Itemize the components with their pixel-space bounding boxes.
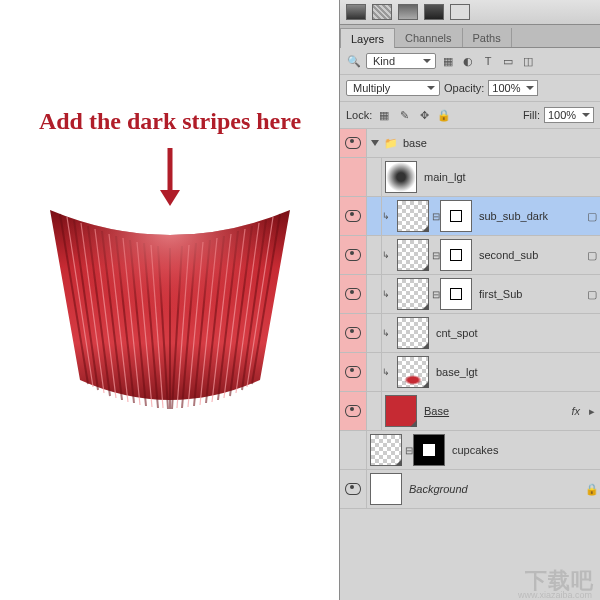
- visibility-toggle[interactable]: [340, 158, 367, 196]
- layer-group-base[interactable]: 📁 base: [340, 129, 600, 158]
- advanced-blend-icon[interactable]: ▢: [584, 288, 600, 301]
- lock-all-icon[interactable]: 🔒: [436, 108, 452, 122]
- layer-name[interactable]: base: [399, 137, 600, 149]
- visibility-toggle[interactable]: [340, 275, 367, 313]
- lock-transparent-icon[interactable]: ▦: [376, 108, 392, 122]
- layer-row[interactable]: Background 🔒: [340, 470, 600, 509]
- layer-row[interactable]: ↳ base_lgt: [340, 353, 600, 392]
- filter-smart-icon[interactable]: ◫: [520, 54, 536, 68]
- annotation-arrow-icon: [155, 148, 185, 208]
- layer-row[interactable]: ↳ ⊟ first_Sub ▢: [340, 275, 600, 314]
- blend-mode-select[interactable]: Multiply: [346, 80, 440, 96]
- layer-name[interactable]: main_lgt: [420, 171, 600, 183]
- visibility-toggle[interactable]: [340, 353, 367, 391]
- lock-image-icon[interactable]: ✎: [396, 108, 412, 122]
- link-icon[interactable]: ⊟: [432, 250, 440, 261]
- layer-thumbnail[interactable]: [385, 395, 417, 427]
- chevron-right-icon[interactable]: ▸: [584, 405, 600, 418]
- layer-row[interactable]: ↳ cnt_spot: [340, 314, 600, 353]
- lock-row: Lock: ▦ ✎ ✥ 🔒 Fill: 100%: [340, 102, 600, 129]
- visibility-toggle[interactable]: [340, 197, 367, 235]
- canvas-area: Add the dark stripes here: [0, 0, 340, 600]
- layer-filter-row: 🔍 Kind ▦ ◐ T ▭ ◫: [340, 48, 600, 75]
- preset-swatch[interactable]: [372, 4, 392, 20]
- layer-thumbnail[interactable]: [385, 161, 417, 193]
- eye-icon: [345, 366, 361, 378]
- visibility-toggle[interactable]: [340, 236, 367, 274]
- layer-mask-thumbnail[interactable]: [413, 434, 445, 466]
- eye-icon: [345, 249, 361, 261]
- blend-row: Multiply Opacity: 100%: [340, 75, 600, 102]
- clip-indicator-icon: ↳: [382, 250, 392, 260]
- lock-label: Lock:: [346, 109, 372, 121]
- preset-swatch[interactable]: [424, 4, 444, 20]
- clip-indicator-icon: ↳: [382, 211, 392, 221]
- watermark-url: www.xiazaiba.com: [518, 590, 592, 600]
- disclosure-triangle-icon[interactable]: [371, 140, 379, 146]
- link-icon[interactable]: ⊟: [432, 211, 440, 222]
- eye-icon: [345, 288, 361, 300]
- cupcake-liner-illustration: [40, 200, 300, 420]
- layer-thumbnail[interactable]: [370, 434, 402, 466]
- panel-icon-row: [340, 0, 600, 25]
- layer-name[interactable]: first_Sub: [475, 288, 584, 300]
- clip-indicator-icon: ↳: [382, 289, 392, 299]
- visibility-toggle[interactable]: [340, 392, 367, 430]
- preset-swatch[interactable]: [346, 4, 366, 20]
- layer-row[interactable]: ↳ ⊟ sub_sub_dark ▢: [340, 197, 600, 236]
- lock-position-icon[interactable]: ✥: [416, 108, 432, 122]
- layer-thumbnail[interactable]: [397, 278, 429, 310]
- layer-thumbnail[interactable]: [397, 200, 429, 232]
- filter-kind-select[interactable]: Kind: [366, 53, 436, 69]
- filter-adjust-icon[interactable]: ◐: [460, 54, 476, 68]
- clip-indicator-icon: ↳: [382, 328, 392, 338]
- visibility-toggle[interactable]: [340, 431, 367, 469]
- fill-input[interactable]: 100%: [544, 107, 594, 123]
- layer-row[interactable]: ↳ ⊟ second_sub ▢: [340, 236, 600, 275]
- link-icon[interactable]: ⊟: [432, 289, 440, 300]
- advanced-blend-icon[interactable]: ▢: [584, 249, 600, 262]
- layer-thumbnail[interactable]: [397, 356, 429, 388]
- layer-row[interactable]: ⊟ cupcakes: [340, 431, 600, 470]
- eye-icon: [345, 210, 361, 222]
- visibility-toggle[interactable]: [340, 314, 367, 352]
- opacity-input[interactable]: 100%: [488, 80, 538, 96]
- folder-icon: 📁: [383, 136, 399, 150]
- visibility-toggle[interactable]: [340, 470, 367, 508]
- eye-icon: [345, 327, 361, 339]
- tab-paths[interactable]: Paths: [463, 28, 512, 47]
- preset-swatch[interactable]: [450, 4, 470, 20]
- layer-mask-thumbnail[interactable]: [440, 278, 472, 310]
- opacity-label: Opacity:: [444, 82, 484, 94]
- layer-thumbnail[interactable]: [397, 239, 429, 271]
- layer-name[interactable]: cupcakes: [448, 444, 600, 456]
- layer-name[interactable]: sub_sub_dark: [475, 210, 584, 222]
- clip-indicator-icon: ↳: [382, 367, 392, 377]
- layer-row[interactable]: Base fx ▸: [340, 392, 600, 431]
- eye-icon: [345, 405, 361, 417]
- layer-mask-thumbnail[interactable]: [440, 200, 472, 232]
- preset-swatch[interactable]: [398, 4, 418, 20]
- filter-pixel-icon[interactable]: ▦: [440, 54, 456, 68]
- layer-row[interactable]: main_lgt: [340, 158, 600, 197]
- tab-channels[interactable]: Channels: [395, 28, 462, 47]
- visibility-toggle[interactable]: [340, 129, 367, 157]
- layer-name[interactable]: cnt_spot: [432, 327, 600, 339]
- layer-name[interactable]: second_sub: [475, 249, 584, 261]
- fill-label: Fill:: [523, 109, 540, 121]
- layer-name[interactable]: base_lgt: [432, 366, 600, 378]
- filter-type-icon[interactable]: T: [480, 54, 496, 68]
- layers-panel: Layers Channels Paths 🔍 Kind ▦ ◐ T ▭ ◫ M…: [339, 0, 600, 600]
- filter-shape-icon[interactable]: ▭: [500, 54, 516, 68]
- layer-thumbnail[interactable]: [397, 317, 429, 349]
- search-icon: 🔍: [346, 54, 362, 68]
- layer-name[interactable]: Base: [420, 405, 571, 417]
- advanced-blend-icon[interactable]: ▢: [584, 210, 600, 223]
- fx-badge[interactable]: fx: [571, 405, 580, 417]
- layer-thumbnail[interactable]: [370, 473, 402, 505]
- layer-list: 📁 base main_lgt ↳ ⊟ sub_sub_dark ▢ ↳ ⊟: [340, 129, 600, 509]
- tab-layers[interactable]: Layers: [340, 28, 395, 48]
- layer-mask-thumbnail[interactable]: [440, 239, 472, 271]
- link-icon[interactable]: ⊟: [405, 445, 413, 456]
- layer-name[interactable]: Background: [405, 483, 584, 495]
